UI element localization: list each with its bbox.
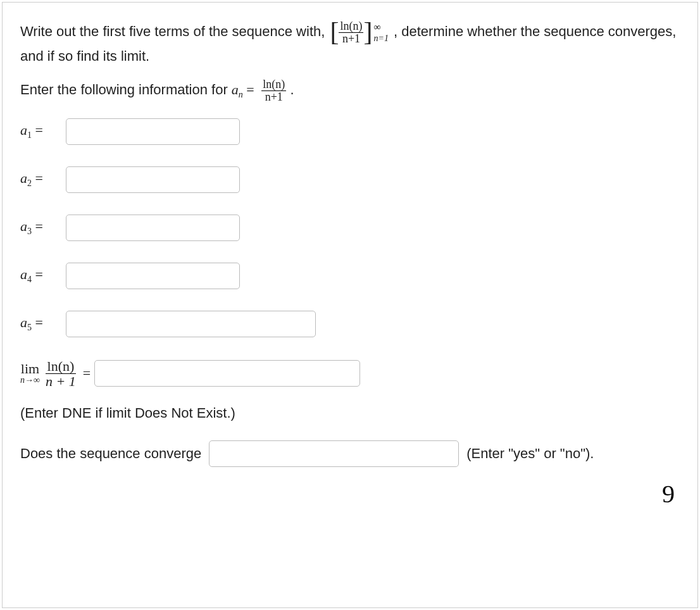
an-numerator: ln(n) — [261, 78, 286, 91]
sequence-bracket-expression: [ ln(n) n+1 ] ∞ n=1 — [330, 20, 388, 45]
limit-input[interactable] — [94, 360, 360, 387]
a4-label: a4 = — [20, 266, 66, 285]
a1-label: a1 = — [20, 122, 66, 140]
sequence-fraction: ln(n) n+1 — [339, 20, 363, 45]
handwritten-annotation: 9 — [662, 479, 675, 509]
an-symbol: an — [232, 82, 247, 97]
bracket-sub: n=1 — [373, 34, 388, 44]
a5-input[interactable] — [66, 311, 316, 337]
left-bracket-icon: [ — [330, 20, 339, 44]
dne-hint: (Enter DNE if limit Does Not Exist.) — [20, 405, 680, 421]
bracket-sup: ∞ — [373, 21, 380, 33]
an-fraction: ln(n) n+1 — [261, 78, 286, 103]
a3-label: a3 = — [20, 218, 66, 237]
converge-after: (Enter "yes" or "no"). — [466, 445, 594, 462]
equals-sign: = — [246, 82, 258, 97]
enter-info-text: Enter the following information for — [20, 82, 232, 97]
a2-label: a2 = — [20, 170, 66, 189]
limit-fraction: ln(n) n + 1 — [44, 359, 78, 389]
a3-row: a3 = — [20, 215, 680, 241]
problem-container: Write out the first five terms of the se… — [2, 2, 698, 608]
converge-input[interactable] — [209, 440, 459, 467]
limit-equals: = — [83, 365, 91, 382]
a5-row: a5 = — [20, 311, 680, 337]
sequence-denominator: n+1 — [341, 33, 361, 45]
right-bracket-icon: ] — [363, 20, 372, 44]
sequence-numerator: ln(n) — [339, 20, 363, 33]
a2-row: a2 = — [20, 166, 680, 193]
a1-row: a1 = — [20, 118, 680, 145]
limit-row: lim n→∞ ln(n) n + 1 = — [20, 359, 680, 389]
a2-input[interactable] — [66, 166, 240, 193]
limit-symbol: lim n→∞ — [20, 362, 40, 385]
a5-label: a5 = — [20, 314, 66, 333]
question-text: Write out the first five terms of the se… — [20, 20, 680, 67]
converge-row: Does the sequence converge (Enter "yes" … — [20, 440, 680, 467]
enter-info: Enter the following information for an =… — [20, 78, 680, 103]
an-denominator: n+1 — [264, 91, 284, 103]
period: . — [290, 82, 294, 97]
bracket-bounds: ∞ n=1 — [373, 21, 388, 44]
a4-row: a4 = — [20, 263, 680, 289]
a3-input[interactable] — [66, 215, 240, 241]
a1-input[interactable] — [66, 118, 240, 145]
limit-numerator: ln(n) — [46, 359, 77, 374]
limit-denominator: n + 1 — [44, 374, 78, 389]
a4-input[interactable] — [66, 263, 240, 289]
converge-prompt: Does the sequence converge — [20, 445, 201, 462]
question-part1: Write out the first five terms of the se… — [20, 23, 328, 39]
